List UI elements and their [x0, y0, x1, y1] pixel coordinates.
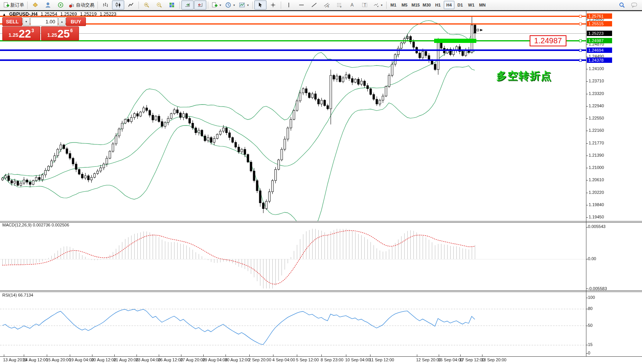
ask-prefix: 1.25: [47, 32, 57, 38]
macd-scale-zero: 0.00: [588, 256, 596, 261]
timeframe-MN[interactable]: MN: [477, 1, 488, 9]
bid-big-digits: 22: [19, 28, 31, 39]
time-axis-label: 5 Sep 12:00: [296, 357, 319, 362]
toolbar-separator: [208, 2, 208, 9]
volume-input[interactable]: [30, 17, 58, 26]
zoom-out-button[interactable]: [153, 0, 165, 10]
bid-prefix: 1.25: [8, 32, 18, 38]
time-axis-label: 27 Aug 20:00: [180, 357, 205, 362]
price-callout-label[interactable]: 1.24987: [530, 35, 566, 46]
svg-text:E: E: [328, 5, 329, 8]
toolbar-separator: [252, 2, 253, 9]
auto-scroll-button[interactable]: [181, 0, 194, 10]
text-button[interactable]: A: [346, 0, 358, 10]
time-axis-label: 17 Sep 12:00: [459, 357, 484, 362]
styles-button[interactable]: [29, 0, 41, 10]
time-axis-label: 11 Sep 12:00: [369, 357, 394, 362]
price-axis-tick: 1.22940: [589, 103, 604, 108]
ohlc-close: 1.25223: [100, 11, 116, 17]
price-axis-tick: 1.23320: [589, 91, 604, 96]
horizontal-line-button[interactable]: [295, 0, 308, 10]
price-axis-tick: 1.23710: [589, 79, 604, 84]
svg-text:T: T: [364, 3, 366, 7]
timeframe-W1[interactable]: W1: [466, 1, 477, 9]
price-axis-tag: 1.24987: [587, 38, 612, 43]
fibonacci-button[interactable]: F: [333, 0, 346, 10]
candlestick-chart-button[interactable]: [112, 0, 124, 10]
time-axis-label: 12 Sep 20:00: [416, 357, 441, 362]
price-axis-tick: 1.21390: [589, 153, 604, 158]
vertical-line-button[interactable]: [283, 0, 295, 10]
timeframe-D1[interactable]: D1: [455, 1, 466, 9]
volume-up-button[interactable]: ▲: [58, 17, 66, 26]
timeframe-M30[interactable]: M30: [421, 1, 432, 9]
ask-price-box[interactable]: 1.25 25 6: [41, 26, 79, 41]
rsi-label: RSI(14) 66.7134: [2, 293, 33, 297]
bid-price-box[interactable]: 1.25 22 3: [2, 26, 40, 41]
templates-button[interactable]: ▼: [237, 0, 251, 10]
macd-label: MACD(12,26,9) 0.002736 0.002506: [2, 223, 69, 227]
symbol-period-label: GBPUSD-,H4: [9, 11, 38, 17]
price-axis-tick: 1.22550: [589, 116, 604, 121]
one-click-trading-panel: SELL ▼ ▲ BUY 1.25 22 3 1.25 25 6: [2, 17, 79, 41]
equidistant-channel-button[interactable]: E: [321, 0, 333, 10]
symbol-marker-icon: ▲: [2, 12, 6, 16]
text-label-button[interactable]: T: [359, 0, 371, 10]
ohlc-open: 1.25254: [41, 11, 57, 17]
new-order-button[interactable]: 新订单: [2, 0, 26, 10]
time-axis-label: 20 Aug 12:00: [91, 357, 116, 362]
trendline-button[interactable]: [308, 0, 320, 10]
chart-canvas[interactable]: [0, 0, 642, 364]
time-axis-label: 8 Sep 23:00: [321, 357, 343, 362]
dropdown-arrow-icon: ▼: [247, 4, 249, 7]
toolbar-separator: [27, 2, 28, 9]
price-axis-tick: 1.20610: [589, 177, 604, 182]
autotrading-icon: [69, 2, 75, 8]
main-toolbar: 新订单 自动交易 ▼ ▼ ▼ E F A T ▼: [0, 0, 642, 10]
price-axis-tag: 1.25761: [587, 13, 612, 19]
sell-button[interactable]: SELL: [2, 17, 22, 26]
data-window-button[interactable]: [54, 0, 67, 10]
timeframe-M5[interactable]: M5: [399, 1, 410, 9]
price-axis-tick: 1.22160: [589, 128, 604, 133]
chart-annotation-text[interactable]: 多空转折点: [496, 69, 552, 83]
toolbar-separator: [97, 2, 98, 9]
bar-chart-button[interactable]: [99, 0, 112, 10]
buy-button[interactable]: BUY: [66, 17, 86, 26]
price-axis-tick: 1.20220: [589, 190, 604, 195]
toolbar-separator: [386, 2, 387, 9]
price-axis-tick: 1.19450: [589, 215, 604, 220]
zoom-in-button[interactable]: [140, 0, 153, 10]
toolbar-separator: [281, 2, 281, 9]
periods-button[interactable]: ▼: [224, 0, 237, 10]
timeframe-H1[interactable]: H1: [433, 1, 443, 9]
timeframe-M15[interactable]: M15: [410, 1, 421, 9]
line-chart-button[interactable]: [125, 0, 137, 10]
bid-pip-digit: 3: [31, 28, 34, 33]
price-axis-tag: 1.24378: [587, 57, 612, 63]
arrows-button[interactable]: ▼: [371, 0, 385, 10]
timeframe-M1[interactable]: M1: [388, 1, 399, 9]
dropdown-arrow-icon: ▼: [233, 4, 235, 7]
time-axis-label: 14 Aug 12:00: [23, 357, 48, 362]
volume-down-button[interactable]: ▼: [23, 17, 30, 26]
dropdown-arrow-icon: ▼: [219, 4, 222, 7]
new-chart-button[interactable]: ▼: [210, 0, 223, 10]
window-divider: [0, 10, 642, 11]
chart-shift-button[interactable]: [194, 0, 206, 10]
profile-button[interactable]: [42, 0, 54, 10]
ohlc-low: 1.25219: [80, 11, 97, 17]
tile-windows-button[interactable]: [166, 0, 178, 10]
search-button[interactable]: [616, 0, 628, 10]
time-axis-label: 15 Aug 20:00: [46, 357, 71, 362]
time-axis-label: 30 Aug 12:00: [225, 357, 250, 362]
timeframe-H4[interactable]: H4: [444, 1, 454, 9]
cursor-button[interactable]: [254, 0, 267, 10]
chat-button[interactable]: [628, 0, 640, 10]
chart-title-row: ▲ GBPUSD-,H4 1.25254 1.25269 1.25219 1.2…: [2, 11, 116, 17]
svg-text:A: A: [351, 2, 354, 8]
crosshair-button[interactable]: [267, 0, 279, 10]
autotrading-label: 自动交易: [76, 2, 94, 8]
autotrading-button[interactable]: 自动交易: [67, 0, 96, 10]
price-axis-tick: 1.21000: [589, 165, 604, 170]
